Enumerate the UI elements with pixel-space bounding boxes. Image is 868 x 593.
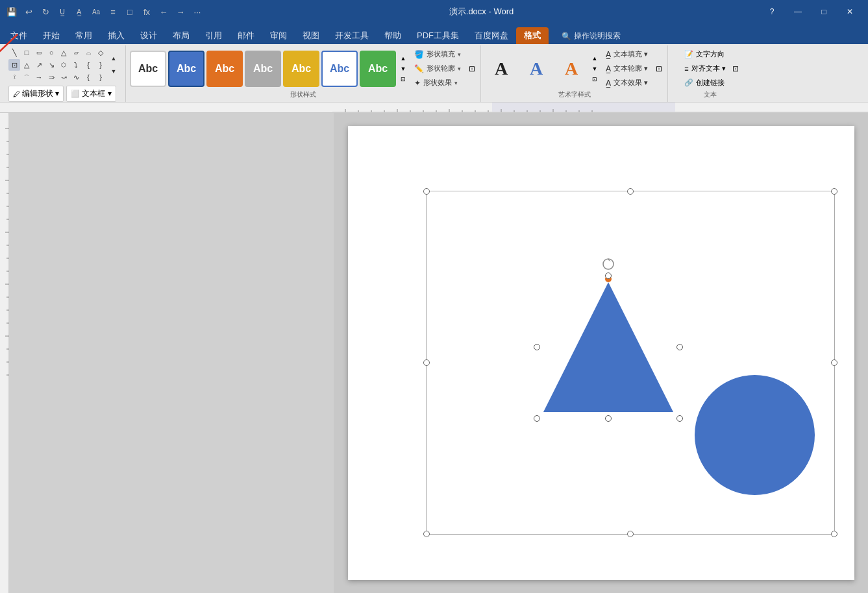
tab-references[interactable]: 引用 xyxy=(197,27,230,44)
triangle-group[interactable] xyxy=(537,276,680,418)
shape-circle[interactable]: ○ xyxy=(45,47,57,58)
shape-diamond[interactable]: ◇ xyxy=(95,47,106,58)
shape-arrow4[interactable]: ⤵ xyxy=(70,59,82,71)
expand-styles[interactable]: ⊡ xyxy=(399,75,408,84)
group-selection-box[interactable] xyxy=(426,191,835,535)
tri-handle-left[interactable] xyxy=(534,344,540,350)
scroll-down[interactable]: ▼ xyxy=(108,66,119,77)
art-letter-orange[interactable]: A xyxy=(555,51,588,87)
help-btn[interactable]: ? xyxy=(759,1,785,22)
expand-text[interactable]: ⊡ xyxy=(731,64,740,73)
tab-format[interactable]: 格式 xyxy=(516,27,549,44)
tri-handle-bot-center[interactable] xyxy=(605,415,612,422)
maximize-btn[interactable]: □ xyxy=(811,1,837,22)
underline-icon[interactable]: U̲ xyxy=(56,5,69,18)
tab-design[interactable]: 设计 xyxy=(132,27,165,44)
edit-shape-button[interactable]: 🖊 编辑形状 ▾ xyxy=(8,86,64,102)
style-swatch-outline[interactable]: Abc xyxy=(321,51,358,87)
expand-art-styles[interactable]: ⊡ xyxy=(654,64,663,73)
handle-top-right[interactable] xyxy=(831,188,837,195)
text-fill-button[interactable]: A̲ 文本填充 ▾ xyxy=(602,48,652,60)
redo-icon[interactable]: ↻ xyxy=(39,5,52,18)
handle-mid-left[interactable] xyxy=(423,359,430,366)
art-letter-blue[interactable]: A xyxy=(520,51,552,87)
style-swatch-white[interactable]: Abc xyxy=(130,51,166,87)
style-swatch-blue[interactable]: Abc xyxy=(168,51,205,87)
text-direction-button[interactable]: 📝 文字方向 xyxy=(680,48,729,60)
tab-dev[interactable]: 开发工具 xyxy=(327,27,377,44)
shape-curly2[interactable]: } xyxy=(95,59,106,71)
tab-review[interactable]: 审阅 xyxy=(262,27,295,44)
undo-icon[interactable]: ↩ xyxy=(22,5,35,18)
shape-r5[interactable]: ⤻ xyxy=(58,71,69,83)
art-letter-black[interactable]: A xyxy=(485,51,517,87)
shape-roundrect[interactable]: ▭ xyxy=(33,47,45,58)
shape-r7[interactable]: { xyxy=(82,71,94,83)
create-link-button[interactable]: 🔗 创建链接 xyxy=(680,77,729,89)
style-swatch-yellow[interactable]: Abc xyxy=(283,51,319,87)
text-effect-button[interactable]: A̲ 文本效果 ▾ xyxy=(602,77,652,89)
shape-outline-button[interactable]: ✏️ 形状轮廓 ▾ xyxy=(410,62,465,75)
tab-insert[interactable]: 插入 xyxy=(100,27,132,44)
shape-rect[interactable]: □ xyxy=(21,47,32,58)
text-outline-button[interactable]: A̲ 文本轮廓 ▾ xyxy=(602,62,652,75)
tab-help[interactable]: 帮助 xyxy=(377,27,409,44)
shape-arrow3[interactable]: ⬡ xyxy=(58,59,69,71)
tri-handle-right[interactable] xyxy=(676,344,683,350)
handle-bot-center[interactable] xyxy=(627,531,634,537)
style-swatch-orange[interactable]: Abc xyxy=(206,51,243,87)
handle-mid-right[interactable] xyxy=(831,359,837,366)
shape-effect-button[interactable]: ✦ 形状效果 ▾ xyxy=(410,77,465,89)
tri-handle-bot-left[interactable] xyxy=(534,415,540,422)
shape-parallelogram[interactable]: ▱ xyxy=(70,47,82,58)
circle-shape[interactable] xyxy=(695,375,815,495)
quick-access-toolbar[interactable]: 💾 ↩ ↻ U̲ A̲ Aa ≡ □ fx ← → ··· xyxy=(5,5,204,18)
save-icon[interactable]: 💾 xyxy=(5,5,18,18)
handle-bot-left[interactable] xyxy=(423,531,430,537)
document-page[interactable] xyxy=(348,126,854,580)
formula-icon[interactable]: fx xyxy=(140,5,153,18)
list-icon[interactable]: ≡ xyxy=(106,5,119,18)
scroll-down-art[interactable]: ▼ xyxy=(590,64,599,73)
shape-triangle-right[interactable]: △ xyxy=(58,47,69,58)
handle-top-center[interactable] xyxy=(627,188,634,195)
shape-trapezoid[interactable]: ⌓ xyxy=(82,47,94,58)
scroll-up-styles[interactable]: ▲ xyxy=(399,54,408,63)
text-frame-button[interactable]: ⬜ 文本框 ▾ xyxy=(66,86,116,102)
tri-handle-top[interactable] xyxy=(605,272,612,279)
tab-layout[interactable]: 布局 xyxy=(165,27,197,44)
scroll-down-styles[interactable]: ▼ xyxy=(399,64,408,73)
search-button[interactable]: 🔍 操作说明搜索 xyxy=(555,28,627,44)
tab-mail[interactable]: 邮件 xyxy=(230,27,262,44)
tri-handle-bot-right[interactable] xyxy=(676,415,683,422)
shape-icon[interactable]: □ xyxy=(123,5,136,18)
style-swatch-gray[interactable]: Abc xyxy=(245,51,281,87)
expand-shape-styles[interactable]: ⊡ xyxy=(467,64,477,73)
back-icon[interactable]: ← xyxy=(157,5,170,18)
font-color-icon[interactable]: A̲ xyxy=(73,5,86,18)
rotation-handle[interactable] xyxy=(602,258,615,271)
close-btn[interactable]: ✕ xyxy=(837,1,863,22)
handle-bot-right[interactable] xyxy=(831,531,837,537)
shape-r8[interactable]: } xyxy=(95,71,106,83)
scroll-up[interactable]: ▲ xyxy=(108,53,119,64)
font-size-icon[interactable]: Aa xyxy=(90,5,103,18)
shape-r3[interactable]: → xyxy=(33,71,45,83)
handle-top-left[interactable] xyxy=(423,188,430,195)
shape-r2[interactable]: ⌒ xyxy=(21,71,32,83)
more-icon[interactable]: ··· xyxy=(191,5,204,18)
shape-triangle[interactable]: △ xyxy=(21,59,32,71)
tab-start[interactable]: 开始 xyxy=(35,27,68,44)
tab-pdf[interactable]: PDF工具集 xyxy=(409,27,467,44)
text-align-button[interactable]: ≡ 对齐文本 ▾ xyxy=(680,62,729,75)
tab-baidu[interactable]: 百度网盘 xyxy=(467,27,516,44)
style-swatch-green[interactable]: Abc xyxy=(360,51,396,87)
shape-r4[interactable]: ⇒ xyxy=(45,71,57,83)
shape-arrow1[interactable]: ↗ xyxy=(33,59,45,71)
shape-arrow2[interactable]: ↘ xyxy=(45,59,57,71)
tab-view[interactable]: 视图 xyxy=(295,27,327,44)
tab-common[interactable]: 常用 xyxy=(68,27,100,44)
expand-art[interactable]: ⊡ xyxy=(590,75,599,84)
shape-r6[interactable]: ∿ xyxy=(70,71,82,83)
shape-curly1[interactable]: { xyxy=(82,59,94,71)
